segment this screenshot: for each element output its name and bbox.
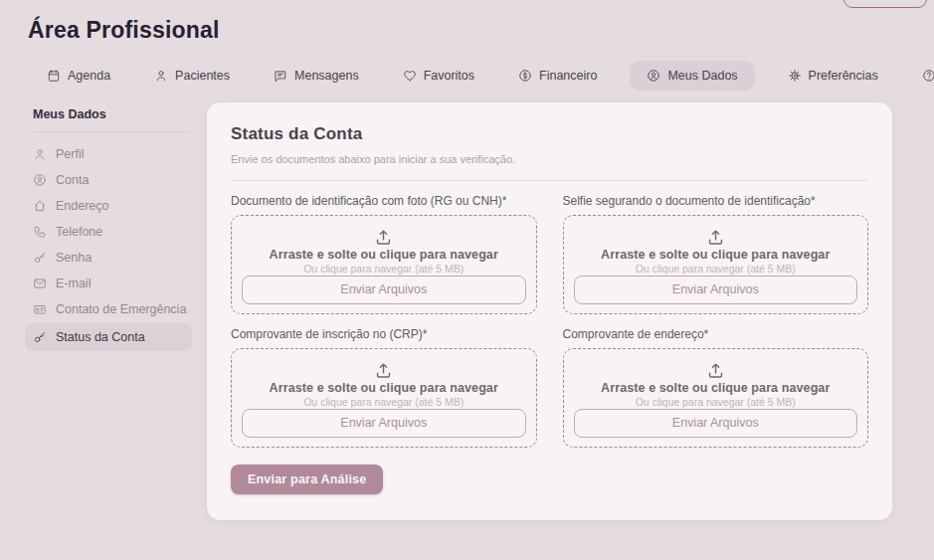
- tabbar: Agenda Pacientes Mensagens Favoritos Fin…: [36, 61, 924, 91]
- tab-suporte[interactable]: Suporte: [911, 61, 934, 91]
- mail-icon: [33, 277, 47, 290]
- card-heading: Status da Conta: [231, 124, 868, 144]
- dropzone-drag-text: Arraste e solte ou clique para navegar: [601, 248, 830, 262]
- upload-icon: [374, 228, 393, 247]
- sidebar-item-label: Conta: [56, 173, 89, 187]
- calendar-icon: [47, 69, 61, 83]
- sidebar-item-senha[interactable]: Senha: [25, 246, 192, 270]
- sidebar-item-label: Senha: [56, 251, 92, 265]
- page-title: Área Profissional: [28, 17, 220, 44]
- sidebar-item-label: Telefone: [56, 225, 102, 239]
- sidebar-item-telefone[interactable]: Telefone: [25, 220, 192, 244]
- upload-field-comprovante-endereco: Comprovante de endereço* Arraste e solte…: [563, 327, 869, 448]
- user-icon: [33, 147, 47, 161]
- dropzone-selfie[interactable]: Arraste e solte ou clique para navegar O…: [563, 215, 869, 314]
- card-subheading: Envie os documentos abaixo para iniciar …: [231, 153, 868, 165]
- upload-icon: [706, 228, 725, 247]
- upload-field-documento-identificacao: Documento de identificação com foto (RG …: [231, 194, 537, 314]
- dropzone-drag-text: Arraste e solte ou clique para navegar: [601, 381, 830, 395]
- top-right-partial-button[interactable]: [843, 0, 927, 8]
- enviar-arquivos-button[interactable]: Enviar Arquivos: [574, 409, 858, 438]
- enviar-arquivos-button[interactable]: Enviar Arquivos: [574, 276, 858, 304]
- tab-label: Preferências: [809, 69, 878, 83]
- field-label: Comprovante de inscrição no (CRP)*: [231, 327, 537, 341]
- field-label: Selfie segurando o documento de identifi…: [563, 194, 869, 208]
- upload-grid: Documento de identificação com foto (RG …: [231, 194, 868, 448]
- dropzone-comprovante-endereco[interactable]: Arraste e solte ou clique para navegar O…: [563, 348, 869, 448]
- sidebar-item-label: Endereço: [56, 199, 109, 213]
- dollar-circle-icon: [518, 69, 532, 83]
- sidebar-item-conta[interactable]: Conta: [25, 168, 192, 192]
- question-circle-icon: [922, 69, 934, 83]
- id-card-icon: [33, 302, 47, 316]
- enviar-arquivos-button[interactable]: Enviar Arquivos: [242, 409, 526, 438]
- tab-mensagens[interactable]: Mensagens: [263, 61, 370, 91]
- heart-icon: [403, 69, 417, 83]
- sidebar-item-perfil[interactable]: Perfil: [25, 142, 192, 166]
- dropzone-drag-text: Arraste e solte ou clique para navegar: [270, 248, 498, 262]
- status-da-conta-card: Status da Conta Envie os documentos abai…: [207, 102, 892, 520]
- tab-label: Agenda: [68, 69, 110, 83]
- home-icon: [33, 199, 47, 213]
- upload-icon: [706, 361, 725, 380]
- tab-preferencias[interactable]: Preferências: [777, 61, 889, 91]
- key-icon: [33, 251, 47, 265]
- tab-label: Favoritos: [424, 69, 474, 83]
- upload-field-crp: Comprovante de inscrição no (CRP)* Arras…: [231, 327, 537, 448]
- sidebar-item-status-da-conta[interactable]: Status da Conta: [25, 323, 192, 351]
- tab-agenda[interactable]: Agenda: [36, 61, 121, 91]
- field-label: Documento de identificação com foto (RG …: [231, 194, 537, 208]
- card-divider: [231, 180, 868, 181]
- dropzone-crp[interactable]: Arraste e solte ou clique para navegar O…: [231, 348, 537, 448]
- user-circle-icon: [33, 173, 47, 187]
- tab-favoritos[interactable]: Favoritos: [392, 61, 485, 91]
- tab-label: Meus Dados: [667, 69, 737, 83]
- dropzone-documento-identificacao[interactable]: Arraste e solte ou clique para navegar O…: [231, 215, 537, 314]
- person-icon: [154, 69, 168, 83]
- sidebar-item-label: E-mail: [56, 277, 91, 290]
- message-icon: [274, 69, 287, 83]
- dropzone-hint-text: Ou clique para navegar (até 5 MB): [601, 396, 830, 408]
- key-icon: [33, 330, 47, 344]
- phone-icon: [33, 225, 47, 239]
- dropzone-hint-text: Ou clique para navegar (até 5 MB): [601, 263, 830, 275]
- gear-icon: [788, 69, 802, 83]
- sidebar-header: Meus Dados: [25, 103, 192, 121]
- upload-icon: [374, 361, 393, 380]
- dropzone-hint-text: Ou clique para navegar (até 5 MB): [270, 263, 498, 275]
- enviar-para-analise-button[interactable]: Enviar para Análise: [231, 465, 383, 494]
- user-circle-icon: [647, 69, 660, 83]
- upload-field-selfie: Selfie segurando o documento de identifi…: [563, 194, 869, 314]
- sidebar: Meus Dados Perfil Conta Endereço Telefon…: [25, 103, 192, 353]
- sidebar-item-label: Perfil: [56, 147, 84, 161]
- sidebar-item-email[interactable]: E-mail: [25, 272, 192, 295]
- tab-financeiro[interactable]: Financeiro: [507, 61, 608, 91]
- sidebar-divider: [33, 131, 190, 132]
- tab-pacientes[interactable]: Pacientes: [143, 61, 241, 91]
- enviar-arquivos-button[interactable]: Enviar Arquivos: [242, 276, 526, 304]
- tab-label: Financeiro: [539, 69, 597, 83]
- dropzone-drag-text: Arraste e solte ou clique para navegar: [270, 381, 498, 395]
- tab-label: Mensagens: [294, 69, 359, 83]
- tab-label: Pacientes: [175, 69, 230, 83]
- dropzone-hint-text: Ou clique para navegar (até 5 MB): [270, 396, 498, 408]
- sidebar-item-endereco[interactable]: Endereço: [25, 194, 192, 218]
- sidebar-item-label: Status da Conta: [56, 330, 145, 344]
- field-label: Comprovante de endereço*: [563, 327, 869, 341]
- sidebar-item-label: Contato de Emergência: [56, 302, 186, 316]
- sidebar-item-contato-de-emergencia[interactable]: Contato de Emergência: [25, 297, 192, 321]
- tab-meus-dados[interactable]: Meus Dados: [630, 61, 754, 91]
